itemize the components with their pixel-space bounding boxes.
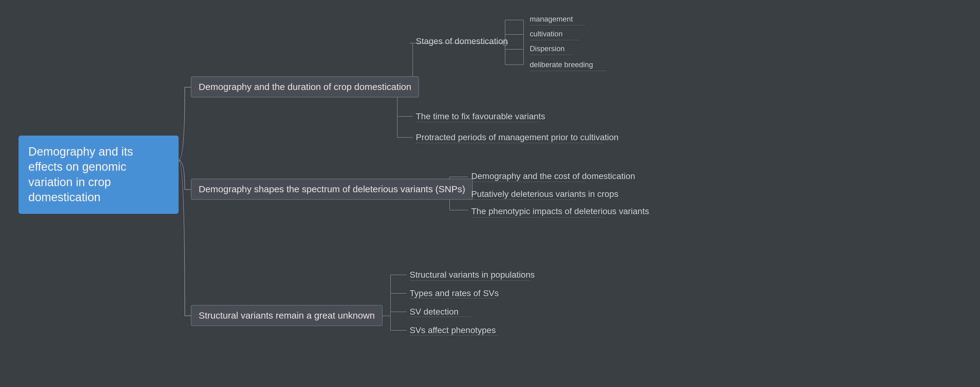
- branch2-box[interactable]: Demography shapes the spectrum of delete…: [191, 179, 473, 200]
- phenotypic-impacts-label: The phenotypic impacts of deleterious va…: [471, 207, 649, 216]
- cultivation-leaf: cultivation: [530, 30, 563, 38]
- branch3-box[interactable]: Structural variants remain a great unkno…: [191, 305, 382, 326]
- protracted-periods-label: Protracted periods of management prior t…: [416, 132, 619, 142]
- time-to-fix-label: The time to fix favourable variants: [416, 111, 545, 121]
- putatively-deleterious-label: Putatively deleterious variants in crops: [471, 189, 619, 199]
- types-rates-svs-label: Types and rates of SVs: [410, 288, 499, 298]
- root-node[interactable]: Demography and its effects on genomic va…: [19, 135, 179, 214]
- demography-cost-label: Demography and the cost of domestication: [471, 171, 635, 181]
- branch1-box[interactable]: Demography and the duration of crop dome…: [191, 76, 419, 97]
- stages-of-domestication-label: Stages of domestication: [416, 37, 508, 46]
- svs-affect-phenotypes-label: SVs affect phenotypes: [410, 325, 496, 335]
- sv-detection-label: SV detection: [410, 307, 458, 317]
- management-leaf: management: [530, 15, 573, 24]
- deliberate-breeding-leaf: deliberate breeding: [530, 61, 593, 69]
- dispersion-leaf: Dispersion: [530, 45, 565, 53]
- sv-populations-label: Structural variants in populations: [410, 270, 535, 280]
